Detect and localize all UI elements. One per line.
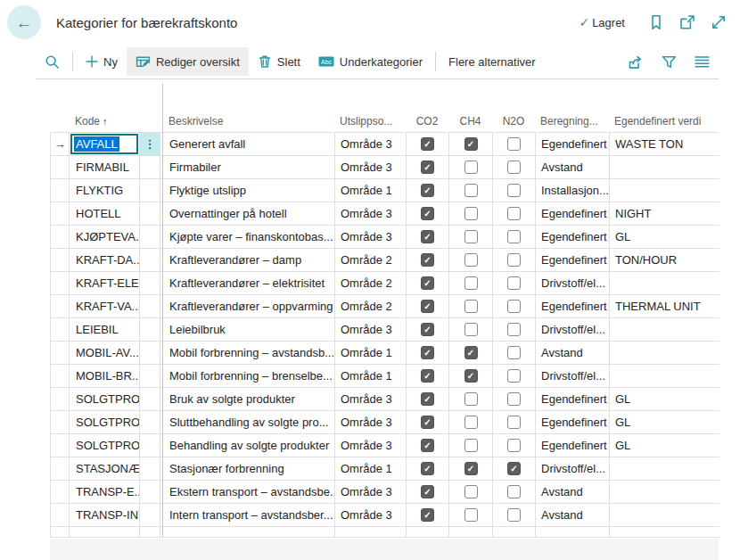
description-cell[interactable]: Flyktige utslipp — [160, 179, 335, 202]
code-cell[interactable]: KRAFT-ELE... — [70, 272, 140, 295]
column-header-n2o[interactable]: N2O — [492, 111, 535, 132]
description-cell[interactable]: Leiebilbruk — [160, 318, 335, 342]
checkbox-unchecked[interactable] — [464, 508, 478, 522]
checkbox-checked[interactable]: ✓ — [421, 230, 434, 243]
checkbox-unchecked[interactable] — [507, 369, 521, 383]
custom-value-cell[interactable] — [610, 481, 719, 504]
column-header-kode[interactable]: Kode↑ — [69, 111, 139, 132]
filter-button[interactable] — [653, 47, 686, 76]
custom-value-cell[interactable]: WASTE TON — [610, 133, 719, 156]
delete-button[interactable]: Slett — [249, 47, 309, 76]
scope-cell[interactable]: Område 2 — [335, 295, 407, 318]
scope-cell[interactable]: Område 3 — [335, 504, 407, 527]
code-cell[interactable]: SOLGTPRO... — [70, 411, 140, 434]
calculation-cell[interactable]: Avstand — [536, 342, 610, 365]
scope-cell[interactable]: Område 3 — [335, 388, 407, 411]
back-button[interactable]: ← — [7, 5, 41, 39]
checkbox-checked[interactable]: ✓ — [464, 137, 478, 151]
description-cell[interactable]: Ekstern transport – avstandsbe... — [160, 481, 335, 504]
code-cell[interactable]: MOBIL-BR... — [70, 365, 140, 388]
calculation-cell[interactable]: Egendefinert — [536, 434, 610, 457]
checkbox-unchecked[interactable] — [507, 300, 521, 313]
custom-value-cell[interactable] — [610, 318, 719, 342]
code-cell[interactable]: SOLGTPRO... — [70, 388, 140, 411]
calculation-cell[interactable]: Drivstoff/el... — [536, 457, 610, 481]
calculation-cell[interactable]: Drivstoff/el... — [536, 272, 610, 295]
calculation-cell[interactable]: Avstand — [536, 156, 610, 179]
custom-value-cell[interactable]: TON/HOUR — [610, 249, 719, 272]
checkbox-unchecked[interactable] — [464, 276, 478, 290]
edit-list-button[interactable]: Rediger oversikt — [127, 47, 249, 76]
calculation-cell[interactable]: Egendefinert — [536, 202, 610, 226]
code-cell[interactable]: SOLGTPRO... — [70, 434, 140, 457]
expand-button[interactable] — [711, 14, 727, 30]
checkbox-unchecked[interactable] — [464, 300, 478, 313]
calculation-cell[interactable]: Egendefinert — [536, 295, 610, 318]
column-header-ch4[interactable]: CH4 — [448, 111, 492, 132]
code-cell[interactable]: HOTELL — [70, 202, 140, 226]
code-cell[interactable]: MOBIL-AV... — [70, 342, 140, 365]
checkbox-unchecked[interactable] — [464, 161, 478, 174]
scope-cell[interactable]: Område 3 — [335, 481, 407, 504]
code-cell[interactable]: TRANSP-IN... — [70, 504, 140, 527]
checkbox-checked[interactable]: ✓ — [421, 416, 434, 429]
more-options-button[interactable]: Flere alternativer — [440, 47, 545, 76]
new-button[interactable]: Ny — [77, 47, 127, 76]
custom-value-cell[interactable]: GL — [610, 388, 719, 411]
custom-value-cell[interactable] — [610, 504, 719, 527]
checkbox-unchecked[interactable] — [464, 485, 478, 498]
custom-value-cell[interactable]: GL — [610, 226, 719, 249]
checkbox-unchecked[interactable] — [464, 416, 478, 429]
custom-value-cell[interactable] — [610, 156, 719, 179]
scope-cell[interactable]: Område 3 — [335, 156, 407, 179]
checkbox-checked[interactable]: ✓ — [421, 485, 434, 498]
checkbox-checked[interactable]: ✓ — [421, 439, 434, 452]
scope-cell[interactable]: Område 1 — [335, 365, 407, 388]
calculation-cell[interactable]: Egendefinert — [536, 226, 610, 249]
checkbox-unchecked[interactable] — [507, 323, 521, 336]
description-cell[interactable]: Mobil forbrenning – avstandsb... — [160, 342, 335, 365]
scope-cell[interactable]: Område 3 — [335, 411, 407, 434]
checkbox-checked[interactable]: ✓ — [421, 323, 434, 336]
calculation-cell[interactable]: Avstand — [536, 504, 610, 527]
row-menu-button[interactable]: ⋮ — [140, 133, 160, 156]
checkbox-unchecked[interactable] — [464, 392, 478, 406]
checkbox-unchecked[interactable] — [464, 253, 478, 267]
scope-cell[interactable]: Område 3 — [335, 318, 407, 342]
scope-cell[interactable]: Område 2 — [335, 249, 407, 272]
description-cell[interactable]: Intern transport – avstandsber... — [160, 504, 335, 527]
checkbox-checked[interactable]: ✓ — [421, 508, 434, 522]
description-cell[interactable]: Firmabiler — [160, 156, 335, 179]
code-cell[interactable]: STASJONÆR — [70, 457, 140, 481]
custom-value-cell[interactable]: NIGHT — [610, 202, 719, 226]
list-options-button[interactable] — [686, 47, 719, 76]
description-cell[interactable]: Sluttbehandling av solgte pro... — [160, 411, 335, 434]
checkbox-unchecked[interactable] — [507, 207, 521, 220]
checkbox-unchecked[interactable] — [507, 485, 521, 498]
checkbox-unchecked[interactable] — [507, 416, 521, 429]
description-cell[interactable]: Bruk av solgte produkter — [160, 388, 335, 411]
scope-cell[interactable]: Område 1 — [335, 457, 407, 481]
code-cell[interactable]: TRANSP-E... — [70, 481, 140, 504]
description-cell[interactable]: Mobil forbrenning – brenselbe... — [160, 365, 335, 388]
checkbox-checked[interactable]: ✓ — [421, 346, 434, 359]
checkbox-unchecked[interactable] — [507, 346, 521, 359]
scope-cell[interactable]: Område 3 — [335, 226, 407, 249]
code-cell[interactable]: KRAFT-DA... — [70, 249, 140, 272]
checkbox-unchecked[interactable] — [464, 439, 478, 452]
scope-cell[interactable]: Område 3 — [335, 133, 407, 156]
code-cell[interactable]: KJØPTEVA... — [70, 226, 140, 249]
checkbox-checked[interactable]: ✓ — [421, 276, 434, 290]
checkbox-unchecked[interactable] — [464, 184, 478, 197]
checkbox-checked[interactable]: ✓ — [464, 346, 478, 359]
scope-cell[interactable]: Område 1 — [335, 342, 407, 365]
code-cell[interactable]: FLYKTIG — [70, 179, 140, 202]
calculation-cell[interactable]: Drivstoff/el... — [536, 365, 610, 388]
description-cell[interactable]: Generert avfall — [160, 133, 335, 156]
scope-cell[interactable]: Område 3 — [335, 434, 407, 457]
checkbox-checked[interactable]: ✓ — [421, 369, 434, 383]
share-button[interactable] — [619, 47, 653, 76]
scope-cell[interactable]: Område 2 — [335, 272, 407, 295]
checkbox-unchecked[interactable] — [507, 253, 521, 267]
checkbox-checked[interactable]: ✓ — [421, 253, 434, 267]
